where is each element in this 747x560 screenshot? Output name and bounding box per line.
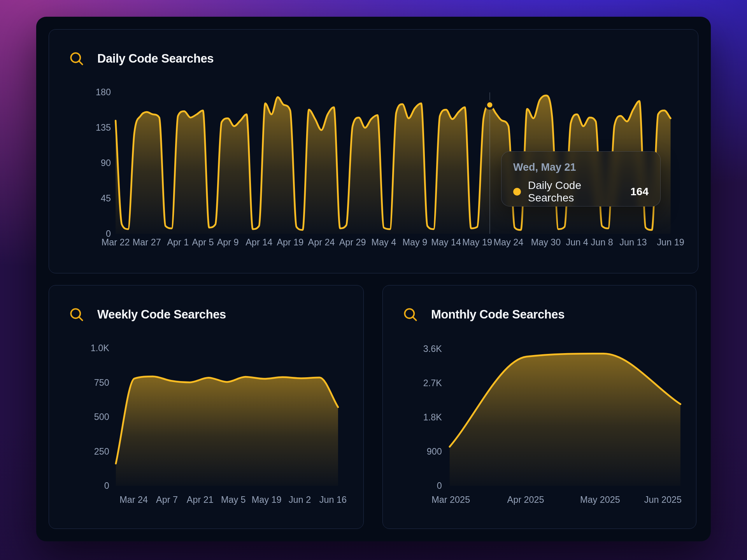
- x-axis-tick-label: Jun 4: [566, 237, 588, 247]
- wallpaper: { "colors": { "accent": "#fbbd23", "axis…: [0, 0, 747, 560]
- y-axis-tick-label: 1.8K: [423, 412, 442, 422]
- x-axis-tick-label: May 19: [252, 495, 282, 505]
- highlight-dot: [486, 101, 493, 108]
- x-axis-tick-label: Apr 9: [217, 237, 239, 247]
- x-axis-tick-label: Apr 24: [308, 237, 335, 247]
- tooltip-series-label: Daily Code Searches: [528, 179, 623, 204]
- x-axis-tick-label: Apr 1: [167, 237, 189, 247]
- x-axis-tick-label: May 30: [531, 237, 561, 247]
- series-dot-icon: [513, 188, 521, 196]
- x-axis-tick-label: Mar 22: [102, 237, 130, 247]
- x-axis-tick-label: May 19: [462, 237, 492, 247]
- x-axis-tick-label: Apr 19: [277, 237, 303, 247]
- x-axis-tick-label: May 9: [403, 237, 428, 247]
- y-axis-tick-label: 900: [427, 446, 442, 457]
- x-axis-tick-label: Apr 2025: [507, 495, 544, 505]
- x-axis-tick-label: Apr 5: [192, 237, 214, 247]
- x-axis-tick-label: May 4: [371, 237, 396, 247]
- weekly-card-header: Weekly Code Searches: [69, 307, 226, 322]
- x-axis-tick-label: Jun 19: [657, 237, 684, 247]
- y-axis-tick-label: 0: [104, 481, 109, 491]
- daily-card-header: Daily Code Searches: [69, 51, 214, 66]
- y-axis-tick-label: 250: [94, 446, 109, 457]
- x-axis-tick-label: Jun 2: [289, 495, 311, 505]
- search-icon: [403, 307, 418, 322]
- x-axis-tick-label: Jun 8: [591, 237, 613, 247]
- x-axis-tick-label: Apr 14: [245, 237, 272, 247]
- y-axis-tick-label: 750: [94, 378, 109, 388]
- x-axis-tick-label: Mar 27: [133, 237, 161, 247]
- search-icon: [69, 51, 84, 66]
- x-axis-tick-label: May 14: [431, 237, 461, 247]
- weekly-searches-card: 02505007501.0KMar 24Apr 7Apr 21May 5May …: [49, 285, 364, 529]
- x-axis-tick-label: Apr 7: [156, 495, 178, 505]
- tooltip-date: Wed, May 21: [513, 161, 649, 173]
- chart-tooltip: Wed, May 21 Daily Code Searches 164: [501, 151, 661, 206]
- monthly-searches-card: 09001.8K2.7K3.6KMar 2025Apr 2025May 2025…: [382, 285, 696, 529]
- area-fill: [450, 354, 680, 486]
- y-axis-tick-label: 45: [101, 193, 111, 203]
- search-icon: [69, 307, 84, 322]
- chart-title-daily: Daily Code Searches: [97, 52, 214, 66]
- chart-title-monthly: Monthly Code Searches: [431, 308, 565, 322]
- daily-searches-card: 04590135180Mar 22Mar 27Apr 1Apr 5Apr 9Ap…: [49, 29, 698, 273]
- monthly-card-header: Monthly Code Searches: [403, 307, 565, 322]
- app-window: 04590135180Mar 22Mar 27Apr 1Apr 5Apr 9Ap…: [36, 17, 711, 541]
- y-axis-tick-label: 2.7K: [423, 378, 442, 388]
- y-axis-tick-label: 1.0K: [91, 343, 110, 353]
- x-axis-tick-label: May 5: [221, 495, 246, 505]
- chart-title-weekly: Weekly Code Searches: [97, 308, 226, 322]
- x-axis-tick-label: Jun 13: [619, 237, 647, 247]
- y-axis-tick-label: 90: [101, 158, 111, 168]
- x-axis-tick-label: Mar 2025: [431, 495, 470, 505]
- x-axis-tick-label: Jun 16: [319, 495, 347, 505]
- x-axis-tick-label: Jun 2025: [644, 495, 682, 505]
- y-axis-tick-label: 0: [437, 481, 442, 491]
- x-axis-tick-label: Mar 24: [119, 495, 148, 505]
- tooltip-value: 164: [630, 186, 649, 198]
- x-axis-tick-label: Apr 21: [187, 495, 214, 505]
- x-axis-tick-label: May 24: [493, 237, 523, 247]
- y-axis-tick-label: 3.6K: [423, 344, 442, 354]
- y-axis-tick-label: 500: [94, 412, 109, 422]
- x-axis-tick-label: Apr 29: [339, 237, 366, 247]
- y-axis-tick-label: 180: [96, 87, 111, 97]
- area-fill: [116, 376, 338, 486]
- y-axis-tick-label: 135: [96, 122, 111, 133]
- tooltip-series-row: Daily Code Searches 164: [513, 179, 649, 204]
- x-axis-tick-label: May 2025: [580, 495, 620, 505]
